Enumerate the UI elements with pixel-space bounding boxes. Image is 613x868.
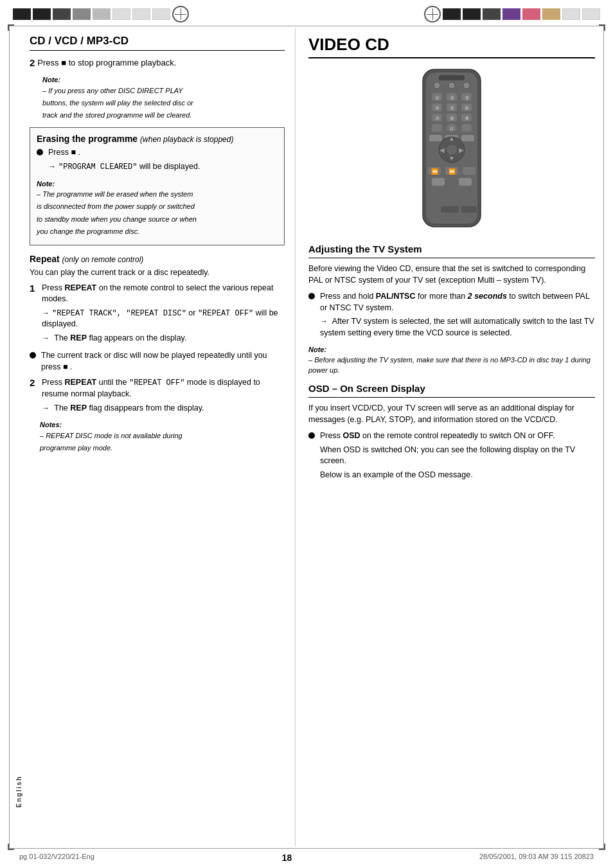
svg-point-4 [449,82,455,89]
adjusting-intro: Before viewing the Video CD, ensure that… [308,263,595,286]
rbar-seg-3 [483,8,501,20]
erasing-note-line-4: you change the programme disc. [37,227,278,236]
erasing-note-line-3: to standby mode when you change source o… [37,215,278,224]
rbar-seg-8 [582,8,600,20]
adjusting-arrow: → After TV system is selected, the set w… [320,316,595,339]
erasing-bullet-1: Press ■ . →"PROGRAM CLEARED" will be dis… [37,147,278,175]
footer-date: 28/05/2001, 09:03 AM 39 115 20823 [479,853,594,863]
svg-rect-30 [461,135,474,141]
rbar-seg-2 [463,8,481,20]
rbar-seg-1 [443,8,461,20]
repeat-step-2-content: Press REPEAT until the "REPEAT OFF" mode… [42,377,285,416]
repeat-notes-label: Notes: [40,420,285,430]
svg-text:⏪: ⏪ [431,168,439,175]
osd-para1: When OSD is switched ON; you can see the… [320,445,595,467]
svg-rect-41 [463,167,475,175]
right-bar-group [424,5,600,23]
svg-rect-50 [427,206,438,213]
repeat-step-2-arrow: → The REP flag disappears from the displ… [42,403,285,414]
repeat-step-1-arrow2: → The REP flag appears on the display. [42,333,285,344]
adjusting-note-label: Note: [308,345,595,355]
svg-rect-44 [427,190,438,196]
bullet-dot-osd [308,432,315,439]
remote-control-image: ① ② ③ ④ ⑤ ⑥ ⑦ ⑧ ⑨ [410,66,493,233]
repeat-step-1-content: Press REPEAT on the remote control to se… [42,283,285,347]
svg-rect-48 [441,198,452,204]
left-column: CD / VCD / MP3-CD 2 Press ■ to stop prog… [26,28,296,846]
page-footer: pg 01-032/V220/21-Eng 18 28/05/2001, 09:… [0,853,613,863]
erasing-subtitle: (when playback is stopped) [140,135,233,144]
svg-point-3 [434,82,440,89]
svg-rect-28 [429,135,442,141]
svg-rect-2 [439,75,465,80]
section-title: CD / VCD / MP3-CD [30,35,285,51]
svg-rect-51 [441,206,459,213]
erasing-bullet-content: Press ■ . →"PROGRAM CLEARED" will be dis… [48,147,278,175]
repeat-step-1-arrow1: →"REPEAT TRACK", "REPEAT DISC" or "REPEA… [42,308,285,330]
svg-rect-43 [459,178,472,186]
repeat-step-2-text: Press REPEAT until the "REPEAT OFF" mode… [42,377,285,400]
erasing-box: Erasing the programme (when playback is … [30,127,285,245]
erasing-monospace: "PROGRAM CLEARED" [58,163,137,172]
bar-seg-2 [33,8,51,20]
erasing-note-line-2: is disconnected from the power supply or… [37,202,278,211]
adjusting-bullet-text: Press and hold PAL/NTSC for more than 2 … [320,291,595,314]
svg-rect-45 [441,190,452,196]
svg-text:▼: ▼ [449,155,455,162]
svg-text:⏩: ⏩ [449,168,456,175]
svg-rect-24 [432,124,442,132]
footer-ref: pg 01-032/V220/21-Eng [19,853,94,863]
svg-rect-47 [427,198,438,204]
repeat-step-1-num: 1 [30,283,39,294]
bar-seg-8 [152,8,170,20]
bar-seg-4 [73,8,91,20]
repeat-step-2-num: 2 [30,377,39,388]
rbar-seg-6 [542,8,560,20]
main-content: English CD / VCD / MP3-CD 2 Press ■ to s… [12,28,601,846]
step-2-content: Press ■ to stop programme playback. [37,57,285,71]
right-column: VIDEO CD ① ② [296,28,601,846]
repeat-bullet-content: The current track or disc will now be pl… [41,350,285,375]
svg-point-32 [447,145,457,155]
adjusting-bullet-1: Press and hold PAL/NTSC for more than 2 … [308,291,595,341]
erasing-note: Note: – The programme will be erased whe… [37,179,278,237]
svg-text:▲: ▲ [449,135,455,142]
repeat-step-1-text: Press REPEAT on the remote control to se… [42,283,285,305]
erasing-press: Press ■ . [48,147,278,159]
svg-rect-42 [432,178,445,186]
bar-seg-7 [132,8,150,20]
remote-container: ① ② ③ ④ ⑤ ⑥ ⑦ ⑧ ⑨ [308,66,595,233]
erasing-note-label: Note: [37,179,278,189]
repeat-section: Repeat (only on remote control) You can … [30,253,285,454]
page-number: 18 [282,853,292,863]
adjusting-note: Note: – Before adjusting the TV system, … [308,345,595,375]
svg-text:⑧: ⑧ [450,116,454,121]
repeat-note-2: programme play mode. [40,443,285,453]
svg-point-5 [463,82,470,89]
erasing-arrow: →"PROGRAM CLEARED" will be displayed. [48,161,278,173]
note-1-line-2: buttons, the system will play the select… [42,98,285,108]
adjusting-bullet-content: Press and hold PAL/NTSC for more than 2 … [320,291,595,341]
svg-rect-49 [455,198,466,204]
repeat-bullet-current: The current track or disc will now be pl… [30,350,285,375]
video-cd-title: VIDEO CD [308,35,595,58]
adjusting-section: Adjusting the TV System Before viewing t… [308,242,595,375]
osd-intro: If you insert VCD/CD, your TV screen wil… [308,403,595,425]
repeat-subtitle: (only on remote control) [62,255,144,264]
step-2-row: 2 Press ■ to stop programme playback. [30,57,285,71]
crosshair-left [172,6,189,22]
osd-para2: Below is an example of the OSD message. [320,470,595,481]
erasing-title-bold: Erasing the programme [37,134,138,144]
svg-rect-46 [455,190,466,196]
bullet-dot-current [30,352,36,359]
bar-seg-5 [93,8,111,20]
svg-text:0: 0 [450,126,454,132]
svg-text:③: ③ [465,95,469,101]
adjusting-title: Adjusting the TV System [308,242,595,258]
svg-rect-27 [461,124,472,132]
note-1-line-3: track and the stored programme will be c… [42,111,285,120]
step-2-text: Press ■ to stop programme playback. [37,57,285,69]
repeat-title-bold: Repeat [30,254,60,264]
repeat-bullet-text: The current track or disc will now be pl… [41,350,285,373]
bar-seg-6 [112,8,130,20]
